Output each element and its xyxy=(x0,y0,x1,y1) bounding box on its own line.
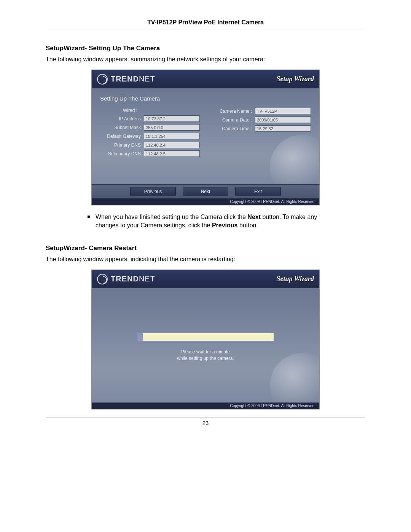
brand-2: TRENDNET xyxy=(97,274,155,284)
wizard-button-bar: Previous Next Exit xyxy=(92,184,319,198)
wired-header: Wired : xyxy=(100,108,200,113)
subnet-mask-label: Subnet Mask xyxy=(100,125,144,130)
wizard-banner-2: TRENDNET Setup Wizard xyxy=(92,270,319,288)
next-button[interactable]: Next xyxy=(183,187,228,196)
brand-logo-icon-2 xyxy=(97,274,108,284)
page-number: 23 xyxy=(46,417,365,426)
section2-intro: The following window appears, indicating… xyxy=(46,256,365,263)
primary-dns-field[interactable]: 112.48.2.4 xyxy=(144,142,200,148)
wait-message: Please wait for a minute while setting u… xyxy=(177,349,234,362)
wizard-copyright: Copyright © 2009 TRENDnet. All Rights Re… xyxy=(92,198,319,205)
primary-dns-label: Primary DNS xyxy=(100,142,144,148)
wizard-title-2: Setup Wizard xyxy=(276,275,314,283)
camera-name-field[interactable]: TV-IP512P xyxy=(255,108,311,114)
ip-address-label: IP Address xyxy=(100,116,144,121)
brand-logo-icon xyxy=(97,74,108,85)
wizard-body: Setting Up The Camera Wired : IP Address… xyxy=(92,88,319,184)
camera-time-field[interactable]: 16:29:32 xyxy=(255,125,311,132)
camera-name-label: Camera Name : xyxy=(211,109,255,114)
setup-wizard-window-2: TRENDNET Setup Wizard Please wait for a … xyxy=(91,270,320,409)
exit-button[interactable]: Exit xyxy=(235,187,281,196)
default-gateway-label: Default Gateway xyxy=(100,134,144,139)
brand-text-2: TRENDNET xyxy=(111,275,155,283)
wired-column: Wired : IP Address 10.73.87.2 Subnet Mas… xyxy=(100,108,200,159)
document-header: TV-IP512P ProView PoE Internet Camera xyxy=(46,19,365,29)
setup-wizard-window-1: TRENDNET Setup Wizard Setting Up The Cam… xyxy=(91,70,320,205)
section1-bullet: When you have finished setting up the Ca… xyxy=(88,213,331,229)
progress-fill xyxy=(137,333,143,341)
brand: TRENDNET xyxy=(97,74,155,85)
camera-date-field[interactable]: 2009/01/05 xyxy=(255,117,311,123)
default-gateway-field[interactable]: 10.1.1.254 xyxy=(144,133,200,139)
previous-button[interactable]: Previous xyxy=(130,187,176,196)
secondary-dns-label: Secondary DNS xyxy=(100,151,144,157)
camera-info-column: Camera Name : TV-IP512P Camera Date : 20… xyxy=(211,108,311,159)
panel-title: Setting Up The Camera xyxy=(100,95,311,102)
subnet-mask-field[interactable]: 255.0.0.0 xyxy=(144,124,200,131)
section1-title: SetupWizard- Setting Up The Camera xyxy=(46,45,365,52)
wizard-title: Setup Wizard xyxy=(276,75,314,83)
camera-time-label: Camera Time : xyxy=(211,126,255,131)
camera-date-label: Camera Date : xyxy=(211,117,255,123)
secondary-dns-field[interactable]: 112.48.2.5 xyxy=(144,150,200,157)
decorative-globe-icon-2 xyxy=(270,353,319,403)
progress-bar xyxy=(137,333,274,341)
brand-text: TRENDNET xyxy=(111,75,155,83)
section1-intro: The following window appears, summarizin… xyxy=(46,56,365,63)
ip-address-field[interactable]: 10.73.87.2 xyxy=(144,115,200,122)
wizard-body-wait: Please wait for a minute while setting u… xyxy=(92,288,319,403)
bullet-icon xyxy=(88,216,90,218)
section2-title: SetupWizard- Camera Restart xyxy=(46,244,365,252)
wizard-copyright-2: Copyright © 2009 TRENDnet. All Rights Re… xyxy=(92,403,319,409)
wizard-banner: TRENDNET Setup Wizard xyxy=(92,70,319,88)
bullet-text: When you have finished setting up the Ca… xyxy=(96,213,331,229)
